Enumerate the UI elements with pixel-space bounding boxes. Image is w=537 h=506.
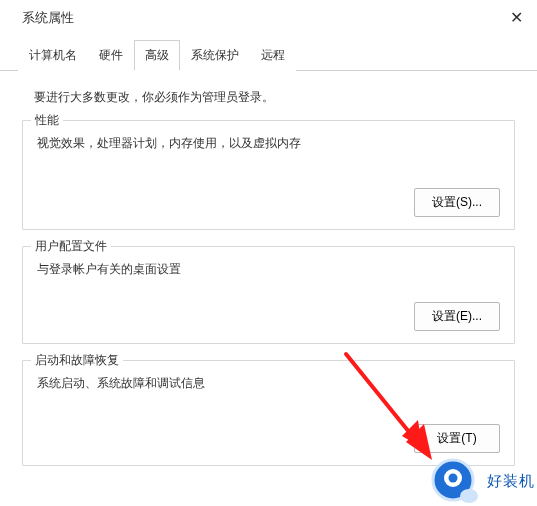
tab-hardware[interactable]: 硬件 — [88, 40, 134, 71]
tab-remote[interactable]: 远程 — [250, 40, 296, 71]
watermark-text: 好装机 — [487, 472, 535, 491]
group-performance: 性能 视觉效果，处理器计划，内存使用，以及虚拟内存 设置(S)... — [22, 120, 515, 230]
watermark-logo-icon — [429, 458, 483, 504]
user-profile-settings-button[interactable]: 设置(E)... — [414, 302, 500, 331]
group-performance-title: 性能 — [31, 112, 63, 129]
performance-settings-button[interactable]: 设置(S)... — [414, 188, 500, 217]
group-startup-recovery-desc: 系统启动、系统故障和调试信息 — [37, 375, 500, 392]
titlebar: 系统属性 ✕ — [0, 0, 537, 35]
svg-point-6 — [449, 474, 458, 483]
group-user-profile: 用户配置文件 与登录帐户有关的桌面设置 设置(E)... — [22, 246, 515, 344]
close-icon[interactable]: ✕ — [510, 8, 523, 27]
svg-point-7 — [460, 489, 478, 503]
startup-recovery-settings-button[interactable]: 设置(T) — [414, 424, 500, 453]
tab-strip: 计算机名 硬件 高级 系统保护 远程 — [0, 39, 537, 71]
admin-note: 要进行大多数更改，你必须作为管理员登录。 — [34, 89, 503, 106]
tab-computer-name[interactable]: 计算机名 — [18, 40, 88, 71]
group-user-profile-title: 用户配置文件 — [31, 238, 111, 255]
group-startup-recovery: 启动和故障恢复 系统启动、系统故障和调试信息 设置(T) — [22, 360, 515, 466]
group-user-profile-desc: 与登录帐户有关的桌面设置 — [37, 261, 500, 278]
window-title: 系统属性 — [22, 9, 74, 27]
group-startup-recovery-title: 启动和故障恢复 — [31, 352, 123, 369]
tab-content: 要进行大多数更改，你必须作为管理员登录。 性能 视觉效果，处理器计划，内存使用，… — [0, 71, 537, 484]
group-performance-desc: 视觉效果，处理器计划，内存使用，以及虚拟内存 — [37, 135, 500, 152]
tab-advanced[interactable]: 高级 — [134, 40, 180, 71]
watermark: 好装机 — [429, 458, 535, 504]
tab-system-protection[interactable]: 系统保护 — [180, 40, 250, 71]
